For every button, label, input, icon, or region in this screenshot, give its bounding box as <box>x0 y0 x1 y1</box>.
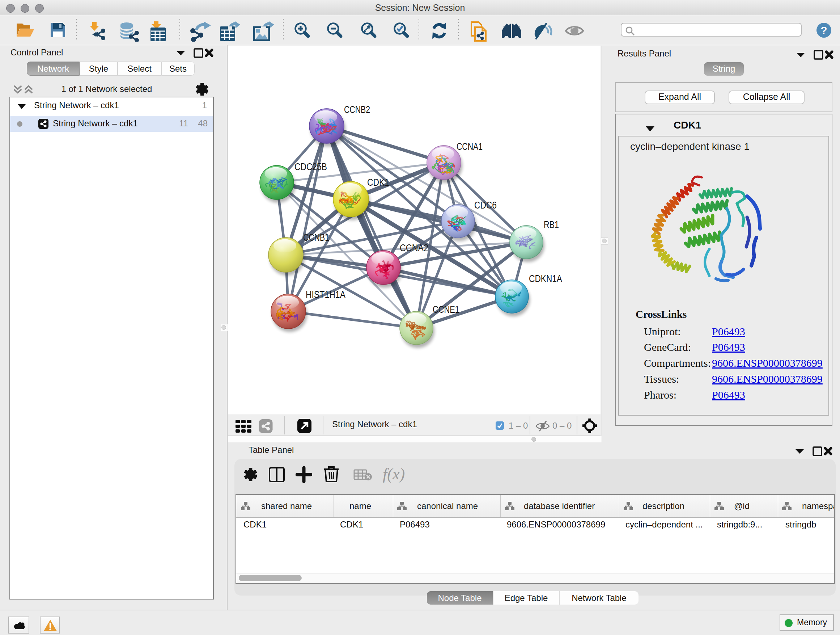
svg-text:CCNA2: CCNA2 <box>400 242 428 253</box>
svg-text:CCNB2: CCNB2 <box>344 104 370 115</box>
svg-text:CDC6: CDC6 <box>474 200 497 211</box>
svg-text:CDK1: CDK1 <box>367 177 389 188</box>
svg-text:CDC25B: CDC25B <box>294 162 327 172</box>
svg-text:RB1: RB1 <box>544 219 559 230</box>
svg-text:CCNE1: CCNE1 <box>433 304 459 315</box>
svg-text:CCNA1: CCNA1 <box>456 141 483 152</box>
svg-text:HIST1H1A: HIST1H1A <box>306 289 346 300</box>
svg-text:CDKN1A: CDKN1A <box>529 273 562 284</box>
svg-text:CCNB1: CCNB1 <box>303 232 329 243</box>
